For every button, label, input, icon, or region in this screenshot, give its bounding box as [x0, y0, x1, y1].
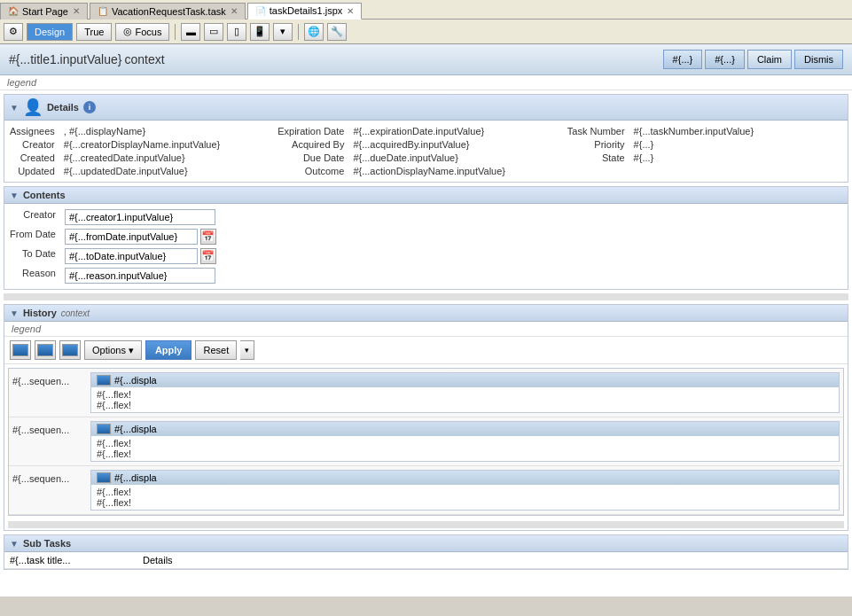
- card-flex2-0: #{...flex!: [97, 400, 833, 410]
- legend-text: legend: [7, 77, 36, 88]
- card-flex1-1: #{...flex!: [97, 438, 833, 448]
- design-label: Design: [35, 27, 65, 37]
- browser-btn[interactable]: 🌐: [304, 23, 324, 41]
- contents-grid: Creator #{...creator1.inputValue} From D…: [4, 204, 848, 289]
- tab-start-page[interactable]: 🏠 Start Page ✕: [0, 3, 88, 19]
- history-thumbnail-icon-2: [37, 344, 53, 356]
- acquired-by-label: Acquired By: [277, 139, 348, 150]
- header-btn-2[interactable]: #{...}: [705, 50, 745, 69]
- page-title-area: #{...title1.inputValue} context: [9, 52, 165, 66]
- history-seq-2: #{...sequen...: [12, 470, 83, 484]
- options-label: Options: [92, 345, 126, 355]
- history-seq-0: #{...sequen...: [12, 372, 83, 386]
- card-flex2-1: #{...flex!: [97, 448, 833, 459]
- contents-collapse-icon[interactable]: ▼: [10, 191, 19, 200]
- focus-button[interactable]: ◎ Focus: [115, 23, 169, 41]
- details-section-header: ▼ 👤 Details i: [4, 95, 848, 121]
- history-section-title: History: [23, 308, 57, 318]
- toolbar-icon-btn-1[interactable]: ⚙: [4, 23, 23, 41]
- history-card-header-2: #{...displa: [91, 471, 839, 485]
- state-label: State: [567, 152, 629, 163]
- header-btn-1[interactable]: #{...}: [663, 50, 703, 69]
- layout-btn-2[interactable]: ▭: [204, 23, 223, 41]
- to-date-calendar-icon[interactable]: 📅: [200, 248, 216, 264]
- dismiss-button[interactable]: Dismis: [794, 50, 843, 69]
- outcome-label: Outcome: [277, 166, 348, 176]
- toolbar-separator-1: [175, 24, 176, 40]
- assignees-value: , #{...displayName}: [64, 126, 272, 136]
- reset-button[interactable]: Reset: [195, 340, 237, 360]
- layout-btn-1[interactable]: ▬: [181, 23, 200, 41]
- details-section: ▼ 👤 Details i Assignees , #{...displayNa…: [4, 94, 848, 183]
- history-legend-text: legend: [12, 324, 41, 334]
- subtasks-collapse-icon[interactable]: ▼: [10, 539, 19, 549]
- card-flex1-0: #{...flex!: [97, 389, 833, 400]
- contents-section-title: Contents: [23, 190, 66, 200]
- from-date-calendar-icon[interactable]: 📅: [200, 229, 216, 245]
- tab-bar: 🏠 Start Page ✕ 📋 VacationRequestTask.tas…: [0, 0, 852, 19]
- tab-vacation-task[interactable]: 📋 VacationRequestTask.task ✕: [90, 3, 246, 19]
- details-info-icon[interactable]: i: [83, 101, 96, 113]
- page-title: #{...title1.inputValue}: [9, 52, 121, 66]
- subtasks-col2-header: Details: [143, 555, 276, 565]
- history-table-inner: #{...sequen... #{...displa #{...flex! #{…: [8, 368, 844, 516]
- header-buttons: #{...} #{...} Claim Dismis: [663, 50, 843, 69]
- details-creator-label: Creator: [10, 139, 59, 150]
- focus-label: Focus: [135, 27, 161, 37]
- details-collapse-icon[interactable]: ▼: [10, 103, 19, 113]
- to-date-value[interactable]: #{...toDate.inputValue}: [65, 248, 198, 264]
- contents-creator-value[interactable]: #{...creator1.inputValue}: [65, 209, 215, 225]
- content-scrollbar[interactable]: [4, 293, 848, 300]
- updated-label: Updated: [10, 166, 59, 176]
- expiration-date-value: #{...expirationDate.inputValue}: [353, 126, 561, 136]
- due-date-label: Due Date: [277, 152, 348, 163]
- card-thumb-1: [97, 424, 111, 434]
- tab-task-details-close[interactable]: ✕: [347, 6, 354, 16]
- layout-btn-5[interactable]: ▾: [273, 23, 293, 41]
- history-section: ▼ History context legend Options ▾ Apply: [4, 304, 848, 531]
- history-collapse-icon[interactable]: ▼: [10, 308, 19, 318]
- history-scrollbar[interactable]: [8, 521, 844, 528]
- history-card-2: #{...displa #{...flex! #{...flex!: [90, 470, 840, 511]
- to-date-label: To Date: [10, 248, 59, 264]
- state-value: #{...}: [634, 152, 842, 163]
- card-flex1-2: #{...flex!: [97, 487, 833, 497]
- tab-task-details[interactable]: 📄 taskDetails1.jspx ✕: [247, 3, 363, 19]
- history-icon-btn-1[interactable]: [10, 340, 31, 360]
- priority-label: Priority: [567, 139, 629, 150]
- tab-vacation-task-close[interactable]: ✕: [231, 6, 238, 16]
- reset-dropdown-arrow[interactable]: ▾: [240, 340, 254, 360]
- card-thumb-0: [97, 375, 111, 386]
- claim-button[interactable]: Claim: [747, 50, 792, 69]
- reason-field[interactable]: #{...reason.inputValue}: [65, 268, 842, 284]
- tools-btn[interactable]: 🔧: [327, 23, 347, 41]
- layout-btn-3[interactable]: ▯: [227, 23, 246, 41]
- history-seq-1: #{...sequen...: [12, 421, 83, 435]
- toolbar-separator-2: [298, 24, 299, 40]
- history-icon-btn-2[interactable]: [35, 340, 56, 360]
- reason-value[interactable]: #{...reason.inputValue}: [65, 268, 215, 284]
- updated-value: #{...updatedDate.inputValue}: [64, 166, 272, 176]
- subtasks-header-row: #{...task title... Details: [4, 552, 848, 569]
- contents-creator-field[interactable]: #{...creator1.inputValue}: [65, 209, 842, 225]
- task-number-value: #{...taskNumber.inputValue}: [634, 126, 842, 136]
- tab-start-page-close[interactable]: ✕: [73, 6, 80, 16]
- task-number-label: Task Number: [567, 126, 629, 136]
- apply-button[interactable]: Apply: [145, 340, 192, 360]
- card-display-0: #{...displa: [114, 375, 157, 386]
- history-row: #{...sequen... #{...displa #{...flex! #{…: [9, 369, 843, 417]
- history-card-0: #{...displa #{...flex! #{...flex!: [90, 372, 840, 413]
- options-button[interactable]: Options ▾: [84, 340, 142, 360]
- card-flex2-2: #{...flex!: [97, 497, 833, 508]
- contents-section: ▼ Contents Creator #{...creator1.inputVa…: [4, 186, 848, 290]
- history-row: #{...sequen... #{...displa #{...flex! #{…: [9, 466, 843, 515]
- from-date-value[interactable]: #{...fromDate.inputValue}: [65, 229, 198, 245]
- history-icon-btn-3[interactable]: [59, 340, 81, 360]
- details-avatar-icon: 👤: [23, 97, 43, 117]
- true-button[interactable]: True: [76, 23, 112, 41]
- layout-btn-4[interactable]: 📱: [250, 23, 270, 41]
- design-button[interactable]: Design: [27, 23, 73, 41]
- reset-label: Reset: [203, 345, 229, 355]
- history-row: #{...sequen... #{...displa #{...flex! #{…: [9, 417, 843, 466]
- contents-creator-label: Creator: [10, 209, 59, 225]
